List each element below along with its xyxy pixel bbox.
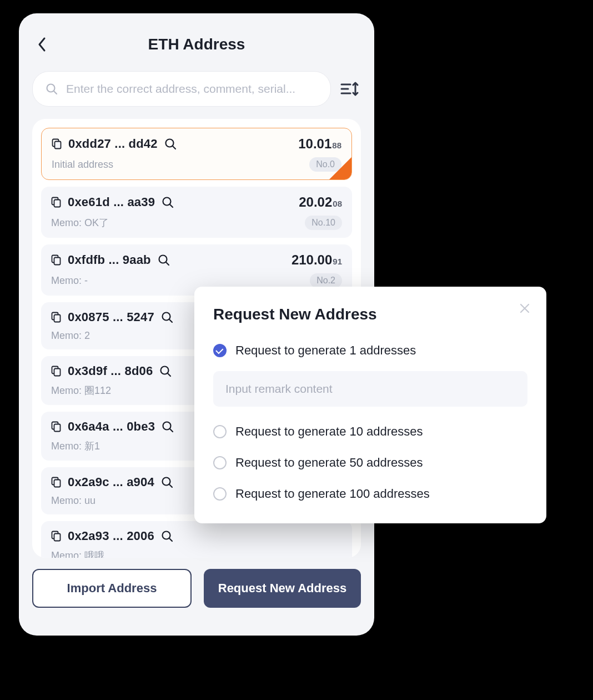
address-card[interactable]: 0xe61d ... aa3920.0208Memo: OK了No.10 [41, 187, 352, 238]
address-card[interactable]: 0x2a93 ... 2006Memo: 哦哦 [41, 521, 352, 558]
svg-line-20 [169, 319, 172, 322]
search-box[interactable] [32, 71, 331, 107]
radio-unchecked-icon[interactable] [213, 487, 227, 501]
close-icon [519, 303, 530, 314]
search-input[interactable] [66, 82, 318, 96]
memo-text: Memo: uu [51, 495, 96, 507]
svg-line-1 [54, 91, 57, 94]
page-title: ETH Address [32, 36, 361, 53]
address-text: 0x2a9c ... a904 [68, 475, 154, 489]
svg-rect-22 [54, 369, 61, 376]
copy-icon[interactable] [51, 421, 61, 432]
address-card[interactable]: 0xdd27 ... dd4210.0188Initial addressNo.… [41, 128, 352, 180]
serial-badge: No.2 [310, 273, 342, 288]
radio-unchecked-icon[interactable] [213, 456, 227, 469]
magnify-icon[interactable] [161, 530, 173, 542]
memo-text: Memo: - [51, 275, 88, 287]
svg-rect-14 [54, 258, 61, 265]
chevron-left-icon [37, 37, 47, 52]
address-text: 0x3d9f ... 8d06 [68, 364, 153, 378]
address-text: 0x6a4a ... 0be3 [68, 419, 155, 434]
svg-rect-30 [54, 480, 61, 487]
modal-title: Request New Address [213, 306, 527, 323]
radio-unchecked-icon[interactable] [213, 425, 227, 438]
header: ETH Address [32, 27, 361, 62]
modal-close-button[interactable] [516, 300, 533, 317]
option-label: Request to generate 50 addresses [235, 456, 423, 470]
serial-badge: No.10 [305, 216, 342, 230]
copy-icon[interactable] [51, 531, 61, 542]
address-text: 0xe61d ... aa39 [68, 195, 155, 209]
magnify-icon[interactable] [161, 476, 173, 488]
option-label: Request to generate 10 addresses [235, 424, 423, 439]
address-text: 0x0875 ... 5247 [68, 310, 154, 324]
generate-option[interactable]: Request to generate 50 addresses [213, 456, 527, 470]
radio-checked-icon[interactable] [213, 344, 227, 357]
copy-icon[interactable] [52, 138, 62, 149]
memo-text: Memo: 2 [51, 330, 90, 342]
svg-line-12 [170, 204, 173, 207]
copy-icon[interactable] [51, 477, 61, 488]
option-label: Request to generate 1 addresses [235, 343, 416, 358]
copy-icon[interactable] [51, 366, 61, 377]
option-label: Request to generate 100 addresses [235, 487, 430, 501]
address-text: 0xfdfb ... 9aab [68, 253, 151, 267]
modal-options: Request to generate 1 addressesRequest t… [213, 343, 527, 501]
memo-text: Initial address [52, 159, 113, 171]
sort-button[interactable] [339, 78, 361, 100]
copy-icon[interactable] [51, 197, 61, 208]
memo-text: Memo: 圈112 [51, 384, 111, 397]
memo-text: Memo: 新1 [51, 439, 100, 453]
magnify-icon[interactable] [159, 365, 172, 377]
generate-option[interactable]: Request to generate 1 addresses [213, 343, 527, 358]
sort-icon [340, 81, 359, 97]
balance: 10.0188 [298, 136, 341, 152]
magnify-icon[interactable] [162, 421, 174, 433]
balance: 20.0208 [299, 194, 342, 210]
magnify-icon[interactable] [162, 196, 174, 208]
search-icon [45, 82, 58, 96]
svg-line-24 [168, 373, 170, 376]
copy-icon[interactable] [51, 254, 61, 266]
generate-option[interactable]: Request to generate 10 addresses [213, 424, 527, 439]
svg-line-36 [169, 538, 172, 541]
magnify-icon[interactable] [164, 138, 177, 150]
svg-line-16 [166, 262, 169, 265]
request-new-address-modal: Request New Address Request to generate … [194, 287, 546, 523]
footer: Import Address Request New Address [32, 569, 361, 608]
memo-text: Memo: OK了 [51, 216, 109, 229]
svg-line-8 [173, 146, 175, 149]
address-text: 0xdd27 ... dd42 [68, 137, 158, 151]
balance: 210.0091 [292, 252, 342, 268]
address-text: 0x2a93 ... 2006 [68, 529, 154, 543]
magnify-icon[interactable] [158, 254, 170, 266]
remark-input[interactable] [213, 371, 527, 407]
memo-text: Memo: 哦哦 [51, 549, 104, 558]
back-button[interactable] [32, 34, 52, 54]
svg-rect-10 [54, 200, 61, 207]
svg-rect-18 [54, 315, 61, 322]
selected-corner-icon [329, 157, 352, 180]
generate-option[interactable]: Request to generate 100 addresses [213, 487, 527, 501]
magnify-icon[interactable] [161, 311, 173, 323]
svg-line-28 [170, 429, 173, 432]
svg-rect-6 [55, 142, 61, 149]
svg-rect-26 [54, 424, 61, 432]
import-address-button[interactable]: Import Address [32, 569, 192, 608]
svg-line-32 [169, 484, 172, 487]
copy-icon[interactable] [51, 312, 61, 323]
request-new-address-button[interactable]: Request New Address [204, 569, 361, 608]
search-row [32, 71, 361, 107]
svg-rect-34 [54, 534, 61, 541]
